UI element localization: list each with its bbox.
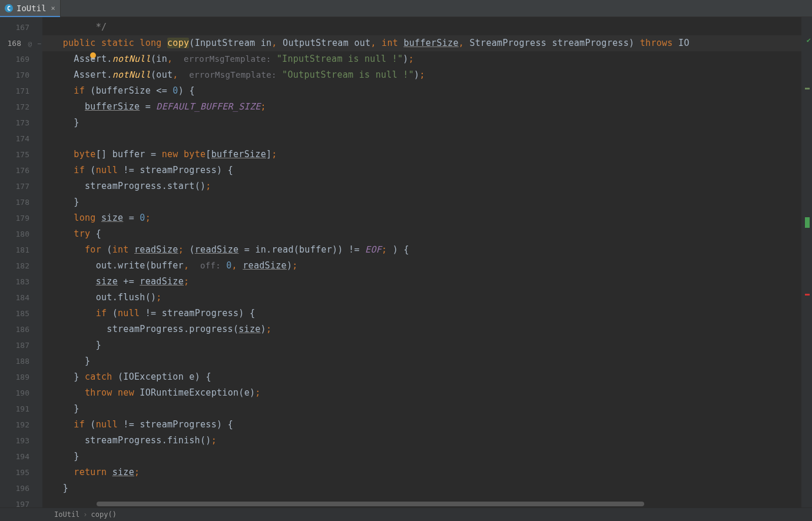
chevron-right-icon: › [83,510,87,519]
code-line: streamProgress.progress(size); [42,321,801,337]
code-line: */ [42,19,801,35]
code-line: long size = 0; [42,210,801,226]
breadcrumb[interactable]: IoUtil › copy() [0,507,812,521]
code-line: Assert.notNull(in, errorMsgTemplate: "In… [42,51,801,67]
code-line: } catch (IOException e) { [42,369,801,385]
code-line: size += readSize; [42,274,801,290]
code-editor[interactable]: */ public static long copy(InputStream i… [42,17,801,507]
code-line: if (null != streamProgress) { [42,162,801,178]
breadcrumb-class[interactable]: IoUtil [54,510,79,519]
code-line: } [42,449,801,464]
code-line-current: public static long copy(InputStream in, … [42,35,801,51]
code-line: throw new IORuntimeException(e); [42,385,801,401]
analysis-ok-icon: ✔ [807,36,811,44]
code-line: return size; [42,464,801,480]
code-line: out.write(buffer, off: 0, readSize); [42,258,801,274]
code-line: streamProgress.finish(); [42,433,801,449]
tab-label: IoUtil [16,4,47,13]
code-line: } [42,194,801,210]
code-line: for (int readSize; (readSize = in.read(b… [42,242,801,258]
error-stripe[interactable]: ✔ [801,17,812,507]
editor-tabs: C IoUtil × [0,0,812,17]
editor-area: 167168@−16917017117217317417517617717817… [0,17,812,507]
code-line: bufferSize = DEFAULT_BUFFER_SIZE; [42,99,801,115]
svg-rect-1 [92,58,94,59]
tab-ioutil[interactable]: C IoUtil × [0,0,61,16]
intention-bulb-icon[interactable] [88,51,98,61]
code-line: out.flush(); [42,290,801,306]
code-line: } [42,337,801,353]
code-line: } [42,115,801,131]
code-line: } [42,480,801,496]
code-line: if (bufferSize <= 0) { [42,83,801,99]
ide-root: C IoUtil × 167168@−169170171172173174175… [0,0,812,521]
code-line: Assert.notNull(out, errorMsgTemplate: "O… [42,67,801,83]
horizontal-scrollbar[interactable] [97,500,787,507]
class-icon: C [5,4,13,12]
code-line [42,131,801,147]
code-line: byte[] buffer = new byte[bufferSize]; [42,147,801,162]
code-line: if (null != streamProgress) { [42,306,801,321]
code-line: if (null != streamProgress) { [42,417,801,433]
scrollbar-thumb[interactable] [97,502,644,506]
code-line: streamProgress.start(); [42,178,801,194]
close-icon[interactable]: × [51,4,55,12]
breadcrumb-method[interactable]: copy() [91,510,117,519]
code-line: } [42,353,801,369]
code-line: try { [42,226,801,242]
svg-point-0 [90,52,96,58]
line-gutter[interactable]: 167168@−16917017117217317417517617717817… [0,17,42,507]
code-line: } [42,401,801,417]
